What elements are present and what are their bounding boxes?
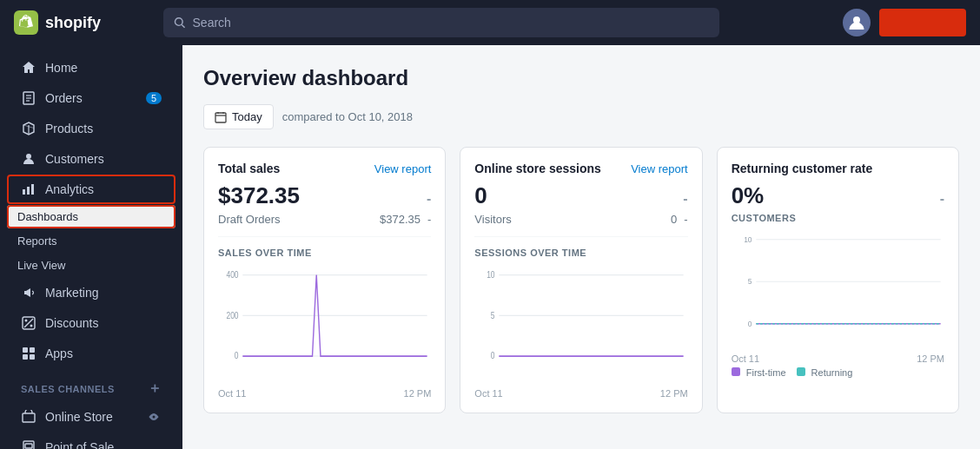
svg-rect-21 [23, 413, 35, 422]
svg-rect-12 [31, 184, 34, 195]
svg-text:10: 10 [744, 234, 752, 244]
orders-badge: 5 [146, 92, 162, 104]
sales-chart: 400 200 0 [218, 265, 431, 386]
search-bar[interactable] [163, 8, 719, 37]
svg-text:0: 0 [748, 319, 752, 328]
card-header-returning: Returning customer rate [732, 162, 944, 175]
nav-right [843, 9, 966, 36]
svg-text:5: 5 [491, 310, 495, 320]
analytics-icon [21, 182, 36, 197]
sessions-view-report[interactable]: View report [631, 162, 688, 175]
sidebar-item-online-store[interactable]: Online Store [7, 402, 175, 432]
svg-point-9 [26, 154, 31, 159]
legend-returning: Returning [797, 367, 853, 378]
svg-rect-19 [23, 354, 28, 360]
card-header-sales: Total sales View report [218, 162, 431, 175]
pos-icon [21, 439, 36, 449]
avatar[interactable] [843, 9, 871, 36]
products-icon [21, 121, 36, 136]
sidebar-label-home: Home [45, 61, 77, 75]
date-bar: Today compared to Oct 10, 2018 [203, 104, 959, 129]
svg-text:400: 400 [226, 269, 238, 280]
search-icon [174, 17, 186, 29]
firsttime-dot [732, 367, 740, 376]
sidebar-item-dashboards[interactable]: Dashboards [7, 205, 175, 228]
sessions-chart-x-labels: Oct 11 12 PM [474, 388, 687, 399]
online-store-icon [21, 409, 36, 425]
orders-icon [21, 90, 36, 106]
online-sessions-title: Online store sessions [474, 162, 601, 175]
svg-rect-17 [23, 347, 28, 353]
sidebar-label-orders: Orders [45, 91, 83, 105]
sidebar-item-home[interactable]: Home [7, 53, 175, 83]
eye-icon[interactable] [146, 409, 162, 425]
customers-chart-label: CUSTOMERS [732, 213, 944, 223]
sidebar-item-apps[interactable]: Apps [7, 339, 175, 368]
sidebar-item-products[interactable]: Products [7, 114, 175, 143]
svg-text:0: 0 [491, 351, 495, 361]
sidebar-item-point-of-sale[interactable]: Point of Sale [7, 432, 175, 449]
svg-point-14 [30, 325, 33, 327]
sidebar-label-customers: Customers [45, 152, 104, 166]
sales-chart-x-labels: Oct 11 12 PM [218, 388, 431, 399]
svg-line-1 [182, 24, 184, 27]
sidebar: Home Orders 5 Products Customers A [0, 45, 182, 449]
shopify-logo-icon [14, 10, 38, 35]
returning-rate-value: 0% - [732, 182, 944, 209]
svg-text:10: 10 [487, 269, 494, 280]
returning-rate-title: Returning customer rate [732, 162, 873, 175]
add-channel-button[interactable]: ＋ [148, 380, 162, 398]
svg-rect-23 [25, 444, 32, 448]
top-navigation: shopify [0, 0, 980, 45]
home-icon [21, 60, 36, 76]
calendar-icon [215, 111, 227, 123]
sidebar-item-customers[interactable]: Customers [7, 144, 175, 174]
sidebar-label-marketing: Marketing [45, 286, 98, 300]
main-content: Overview dashboard Today compared to Oct… [182, 45, 980, 449]
sales-chart-label: SALES OVER TIME [218, 248, 431, 258]
sidebar-label-pos: Point of Sale [45, 440, 114, 449]
logo: shopify [14, 10, 153, 35]
sidebar-item-analytics[interactable]: Analytics [7, 175, 175, 204]
cards-row: Total sales View report $372.35 - Draft … [203, 147, 959, 413]
svg-text:0: 0 [235, 351, 239, 361]
returning-chart-x-labels: Oct 11 12 PM [732, 353, 944, 364]
sidebar-item-reports[interactable]: Reports [7, 229, 175, 253]
search-input[interactable] [193, 16, 709, 30]
sidebar-label-discounts: Discounts [45, 316, 98, 330]
date-button-label: Today [232, 110, 262, 123]
total-sales-card: Total sales View report $372.35 - Draft … [203, 147, 446, 413]
main-layout: Home Orders 5 Products Customers A [0, 45, 980, 449]
sidebar-label-online-store: Online Store [45, 410, 113, 424]
total-sales-title: Total sales [218, 162, 280, 175]
logo-text: shopify [45, 14, 101, 32]
card-header-sessions: Online store sessions View report [474, 162, 687, 175]
returning-chart: 10 5 0 [732, 230, 944, 352]
sessions-chart-label: SESSIONS OVER TIME [474, 248, 687, 258]
sidebar-item-liveview[interactable]: Live View [7, 254, 175, 277]
svg-rect-10 [23, 189, 25, 195]
sessions-value: 0 - [474, 182, 687, 209]
svg-point-13 [25, 320, 28, 322]
total-sales-view-report[interactable]: View report [374, 162, 432, 175]
sidebar-item-orders[interactable]: Orders 5 [7, 83, 175, 113]
date-button[interactable]: Today [203, 104, 274, 129]
discounts-icon [21, 315, 36, 331]
sidebar-label-products: Products [45, 122, 93, 135]
sidebar-label-analytics: Analytics [45, 182, 94, 196]
total-sales-sub: Draft Orders $372.35 - [218, 213, 431, 237]
sessions-chart: 10 5 0 [474, 265, 687, 386]
svg-rect-18 [30, 347, 35, 353]
legend-firsttime: First-time [732, 367, 786, 378]
svg-rect-27 [215, 113, 226, 122]
svg-text:200: 200 [226, 310, 238, 320]
svg-text:5: 5 [748, 277, 752, 287]
sidebar-item-discounts[interactable]: Discounts [7, 308, 175, 338]
sidebar-label-apps: Apps [45, 347, 73, 360]
customers-icon [21, 151, 36, 167]
svg-rect-11 [27, 187, 30, 195]
sidebar-item-marketing[interactable]: Marketing [7, 278, 175, 307]
apps-icon [21, 346, 36, 361]
store-button[interactable] [879, 9, 966, 36]
returning-dot [797, 367, 805, 376]
